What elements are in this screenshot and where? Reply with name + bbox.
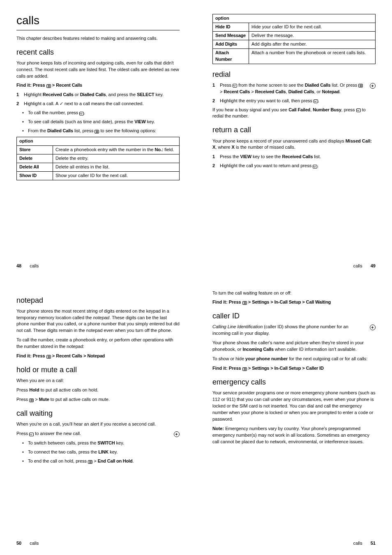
busy-note: If you hear a busy signal and you see Ca… <box>212 107 376 120</box>
call-icon <box>233 84 237 88</box>
return-steps: 1Press the VIEW key to see the Received … <box>212 154 376 169</box>
call-icon <box>313 165 317 168</box>
menu-icon <box>29 398 34 402</box>
options-table-cont: option Hide IDHide your caller ID for th… <box>212 14 376 64</box>
network-icon <box>174 431 180 437</box>
options-table: option StoreCreate a phonebook entry wit… <box>16 137 180 180</box>
section-emergency: emergency calls <box>212 377 376 387</box>
call-icon <box>79 112 84 115</box>
page-49: option Hide IDHide your caller ID for th… <box>196 0 392 278</box>
section-redial: redial <box>212 69 376 80</box>
redial-steps: 1 Press from the home screen to see the … <box>212 82 376 104</box>
menu-icon <box>242 301 247 305</box>
section-return-call: return a call <box>212 124 376 135</box>
page-48: calls This chapter describes features re… <box>0 0 196 278</box>
find-it: Find it: Press > Recent Calls > Notepad <box>16 353 180 359</box>
chapter-title: calls <box>16 12 180 30</box>
call-icon <box>314 99 318 103</box>
return-desc: Your phone keeps a record of your unansw… <box>212 138 376 151</box>
call-icon <box>29 433 34 436</box>
menu-icon <box>242 367 247 371</box>
find-it: Find it: Press > Settings > In-Call Setu… <box>212 365 376 372</box>
menu-icon <box>46 355 51 359</box>
page-footer: calls 49 <box>212 260 376 269</box>
menu-icon <box>46 84 51 88</box>
section-caller-id: caller ID <box>212 311 376 321</box>
menu-icon <box>88 460 92 464</box>
page-50: notepad Your phone stores the most recen… <box>0 278 196 555</box>
menu-icon <box>95 130 99 134</box>
notepad-ops: To call the number, create a phonebook e… <box>16 337 180 350</box>
menu-icon <box>358 84 363 88</box>
bullet-list: To call the number, press . To see call … <box>16 110 180 134</box>
page-footer: 48 calls <box>16 260 180 269</box>
section-notepad: notepad <box>16 295 180 306</box>
section-call-waiting: call waiting <box>16 408 180 419</box>
recent-desc: Your phone keeps lists of incoming and o… <box>16 60 180 80</box>
network-icon <box>370 83 376 89</box>
network-icon <box>370 325 376 330</box>
steps: 1Highlight Received Calls or Dialled Cal… <box>16 92 180 107</box>
find-it: Find it: Press > Settings > In-Call Setu… <box>212 299 376 306</box>
notepad-desc: Your phone stores the most recent string… <box>16 308 180 334</box>
section-recent-calls: recent calls <box>16 47 180 58</box>
cw-bullets: To switch between calls, press the SWITC… <box>16 440 180 465</box>
page-footer: calls 51 <box>212 537 376 547</box>
call-icon <box>356 108 361 112</box>
page-footer: 50 calls <box>16 537 180 547</box>
section-hold-mute: hold or mute a call <box>16 364 180 375</box>
page-51: To turn the call waiting feature on or o… <box>196 278 392 555</box>
intro: This chapter describes features related … <box>16 35 180 42</box>
find-it: Find it: Press > Recent Calls <box>16 82 180 89</box>
